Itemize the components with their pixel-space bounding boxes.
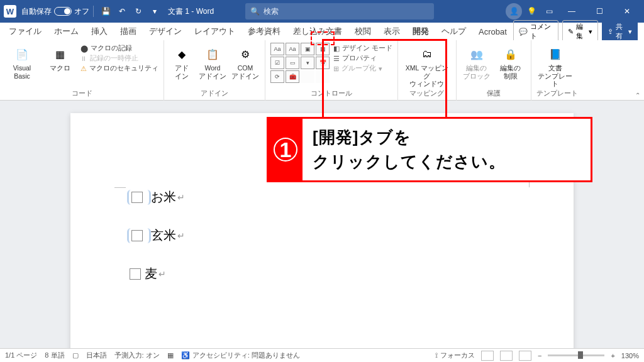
picture-control-button[interactable]: ▣ [301,43,314,55]
chevron-down-icon: ▾ [589,28,592,36]
record-macro-button[interactable]: ⬤マクロの記録 [80,44,158,53]
combobox-control-button[interactable]: ▭ [286,57,299,69]
minimize-icon[interactable]: — [558,0,585,23]
repeating-section-control-button[interactable]: ⟳ [270,70,284,83]
legacy-tools-button[interactable]: 🧰 [286,70,299,83]
document-line-2[interactable]: 玄米↵ [127,227,517,244]
autosave-toggle[interactable]: 自動保存 オフ [21,6,89,17]
print-layout-icon[interactable] [500,351,513,361]
tab-references[interactable]: 参考資料 [242,23,287,40]
redo-icon[interactable]: ↻ [130,3,147,20]
plain-text-control-button[interactable]: Aa [286,43,299,55]
share-icon: ⇪ [608,28,613,36]
collapse-ribbon-icon[interactable]: ⌃ [635,92,640,99]
tab-insert[interactable]: 挿入 [85,23,114,40]
qat-dropdown-icon[interactable]: ▾ [147,3,163,20]
group-label-addins: アドイン [169,89,260,101]
document-line-1[interactable]: お米↵ [127,189,517,206]
ribbon-display-icon[interactable]: ▭ [541,3,557,20]
checkbox-content-control[interactable] [127,190,151,205]
properties-icon: ☰ [333,55,340,62]
tab-design[interactable]: デザイン [143,23,188,40]
controls-gallery: Aa Aa ▣ ▦ ☑ ▭ ▾ 📅 ⟳ 🧰 [270,43,330,83]
document-template-button[interactable]: 📘 文書 テンプレート [536,43,574,88]
zoom-slider[interactable] [548,354,604,356]
warning-icon: ⚠ [80,65,87,72]
checkbox-icon [131,230,143,241]
macro-status-icon[interactable]: ▦ [167,351,174,359]
checkbox-control-button[interactable]: ☑ [270,57,284,69]
macro-icon: ▦ [51,45,69,63]
zoom-level[interactable]: 130% [621,352,639,359]
search-placeholder: 検索 [264,6,279,17]
macro-security-button[interactable]: ⚠マクロのセキュリティ [80,64,158,73]
tab-view[interactable]: 表示 [377,23,406,40]
user-avatar-icon[interactable]: 👤 [506,3,522,19]
addin-icon: ◆ [173,45,191,63]
search-input[interactable]: 🔍 検索 [245,3,434,19]
template-icon: 📘 [547,45,564,63]
tab-review[interactable]: 校閲 [348,23,377,40]
word-count[interactable]: 8 単語 [45,351,64,360]
tab-acrobat[interactable]: Acrobat [472,25,513,39]
group-label-code: コード [5,89,158,101]
callout-connector [445,39,447,119]
accessibility-status[interactable]: ♿アクセシビリティ: 問題ありません [181,351,300,360]
addins-button[interactable]: ◆ アド イン [169,43,194,80]
visual-basic-button[interactable]: 📄 Visual Basic [5,43,39,80]
com-addins-button[interactable]: ⚙ COM アドイン [231,43,260,80]
visual-basic-icon: 📄 [13,45,31,63]
checkbox-plain [130,268,141,280]
accessibility-icon: ♿ [181,351,190,359]
page-count[interactable]: 1/1 ページ [5,351,37,360]
paragraph-mark-icon: ↵ [177,231,185,241]
document-line-3[interactable]: 麦↵ [127,265,517,282]
restrict-editing-button[interactable]: 🔒 編集の 制限 [496,43,526,80]
word-icon: W [4,5,16,18]
checkbox-content-control[interactable] [127,228,151,243]
macros-button[interactable]: ▦ マクロ [43,43,77,72]
ribbon-group-protect: 👥 編集の ブロック 🔒 編集の 制限 保護 [457,40,531,101]
share-button[interactable]: ⇪共有▾ [602,20,638,43]
dropdown-control-button[interactable]: ▾ [301,57,314,69]
ime-status[interactable]: 予測入力: オン [114,351,160,360]
paragraph-mark-icon: ↵ [177,192,185,202]
save-icon[interactable]: 💾 [97,3,114,20]
pencil-icon: ✎ [568,28,574,36]
titlebar: W 自動保存 オフ 💾 ↶ ↻ ▾ 文書 1 - Word 🔍 検索 👤 💡 ▭… [0,0,644,23]
comment-button[interactable]: 💬コメント [513,20,558,43]
web-layout-icon[interactable] [519,351,531,361]
chevron-down-icon: ▾ [379,65,382,72]
properties-button[interactable]: ☰プロパティ [333,54,392,63]
tab-help[interactable]: ヘルプ [435,23,472,40]
zoom-out-icon[interactable]: − [538,352,541,359]
search-icon: 🔍 [250,7,260,16]
undo-icon[interactable]: ↶ [114,3,130,20]
lightbulb-icon[interactable]: 💡 [523,3,540,20]
statusbar: 1/1 ページ 8 単語 ▢ 日本語 予測入力: オン ▦ ♿アクセシビリティ:… [0,348,644,362]
design-mode-button[interactable]: ◧デザイン モード [333,44,392,53]
maximize-icon[interactable]: ☐ [586,0,613,23]
annotation-callout: 1 [開発]タブを クリックしてください。 [267,117,592,182]
zoom-in-icon[interactable]: + [611,352,614,359]
read-mode-icon[interactable] [481,351,494,361]
callout-connector [322,39,324,119]
tab-layout[interactable]: レイアウト [188,23,242,40]
group-label-mapping: マッピング [403,89,451,101]
tab-developer[interactable]: 開発 [406,23,435,40]
language[interactable]: 日本語 [86,351,107,360]
close-icon[interactable]: ✕ [614,0,640,23]
rich-text-control-button[interactable]: Aa [270,43,284,55]
xml-mapping-button[interactable]: 🗂 XML マッピング ウィンドウ [403,43,451,88]
tab-home[interactable]: ホーム [48,23,85,40]
record-icon: ⬤ [80,45,88,52]
toggle-switch-icon[interactable] [54,7,72,16]
text-proofing-icon[interactable]: ▢ [72,351,79,359]
focus-mode-button[interactable]: ⟟フォーカス [435,351,475,360]
tab-mailings[interactable]: 差し込み文書 [287,23,348,40]
edit-button[interactable]: ✎編集▾ [562,20,598,43]
ribbon-group-mapping: 🗂 XML マッピング ウィンドウ マッピング [398,40,457,101]
word-addins-button[interactable]: 📋 Word アドイン [198,43,227,80]
tab-file[interactable]: ファイル [3,23,48,40]
tab-draw[interactable]: 描画 [114,23,143,40]
